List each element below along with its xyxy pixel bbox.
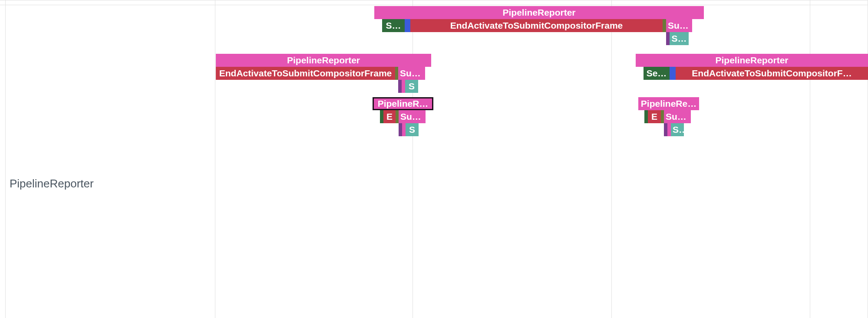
trace-slice-commit[interactable] <box>405 19 410 32</box>
trace-slice-submit-marker[interactable] <box>663 19 666 32</box>
trace-slice-submit-compositor-frame[interactable]: Sub… <box>399 110 426 123</box>
trace-slice-subthread[interactable]: S… <box>670 32 689 45</box>
grid-line <box>413 0 413 318</box>
trace-slice-green-marker[interactable] <box>380 110 383 123</box>
trace-slice-subthread[interactable]: S <box>406 123 419 136</box>
trace-slice-end-activate-to-submit[interactable]: EndActivateToSubmitCompositorFrame <box>410 19 663 32</box>
trace-slice-end-activate-to-submit[interactable]: EndActivateToSubmitCompositorFrame <box>216 67 395 80</box>
grid-line <box>5 0 6 318</box>
trace-slice-send-begin-main-frame[interactable]: S… <box>382 19 405 32</box>
trace-slice-pipeline-reporter[interactable]: PipelineReporter <box>636 54 868 67</box>
trace-slice-pipeline-reporter-selected[interactable]: PipelineR… <box>373 97 433 110</box>
trace-slice-commit[interactable] <box>670 67 676 80</box>
track-label-pipeline-reporter[interactable]: PipelineReporter <box>10 177 94 190</box>
trace-slice-submit-compositor-frame[interactable]: Sub… <box>664 110 691 123</box>
trace-slice-pink-marker[interactable] <box>667 123 671 136</box>
trace-slice-pipeline-reporter[interactable]: PipelineReporter <box>374 6 704 19</box>
trace-slice-purple-marker[interactable] <box>399 123 402 136</box>
trace-slice-purple-marker[interactable] <box>398 80 402 93</box>
grid-line <box>215 0 215 318</box>
trace-slice-subthread[interactable]: S <box>405 80 418 93</box>
trace-slice-end-activate-short[interactable]: E <box>648 110 661 123</box>
grid-line <box>611 0 612 318</box>
trace-slice-subthread[interactable]: S… <box>671 123 684 136</box>
trace-slice-pink-marker[interactable] <box>402 80 405 93</box>
trace-slice-submit-compositor-frame[interactable]: Sub… <box>398 67 425 80</box>
trace-slice-send-begin-main-frame[interactable]: Se… <box>644 67 670 80</box>
timeline-grid <box>0 0 868 318</box>
trace-slice-end-activate-to-submit[interactable]: EndActivateToSubmitCompositorF… <box>676 67 868 80</box>
trace-slice-pipeline-reporter[interactable]: PipelineReporter <box>216 54 431 67</box>
horizontal-separator <box>0 5 868 5</box>
trace-slice-end-activate-short[interactable]: E <box>383 110 396 123</box>
trace-slice-submit-compositor-frame[interactable]: Sub… <box>666 19 692 32</box>
trace-slice-purple-marker[interactable] <box>664 123 667 136</box>
trace-slice-purple-marker[interactable] <box>666 32 670 45</box>
trace-slice-green-marker[interactable] <box>644 110 648 123</box>
trace-slice-pipeline-reporter[interactable]: PipelineRe… <box>638 97 699 110</box>
horizontal-separator <box>0 0 868 0</box>
trace-slice-pink-marker[interactable] <box>402 123 406 136</box>
grid-line <box>810 0 810 318</box>
